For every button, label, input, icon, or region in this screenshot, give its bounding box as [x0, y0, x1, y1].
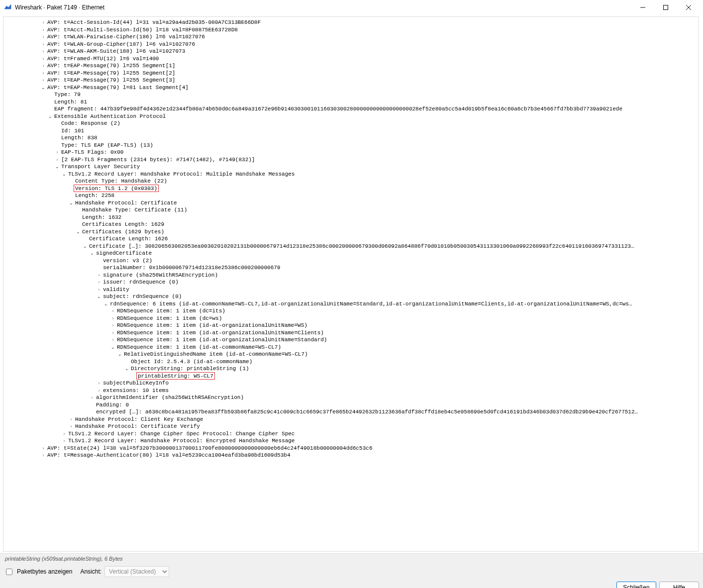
tree-toggle-closed-icon[interactable]: › [110, 329, 116, 337]
tree-toggle-open-icon[interactable]: ⌄ [54, 163, 60, 171]
tree-row[interactable]: ›TLSv1.2 Record Layer: Change Cipher Spe… [3, 430, 698, 438]
tree-row[interactable]: ›AVP: t=Framed-MTU(12) l=6 val=1400 [3, 55, 698, 63]
tree-toggle-closed-icon[interactable]: › [96, 387, 102, 394]
tree-toggle-closed-icon[interactable]: › [110, 322, 116, 329]
tree-row[interactable]: ›AVP: t=WLAN-Pairwise-Cipher(186) l=6 va… [3, 33, 698, 41]
tree-row[interactable]: version: v3 (2) [3, 257, 698, 265]
tree-row[interactable]: Type: 79 [3, 91, 698, 98]
tree-row[interactable]: Padding: 0 [3, 401, 698, 409]
tree-toggle-open-icon[interactable]: ⌄ [117, 351, 123, 358]
tree-toggle-open-icon[interactable]: ⌄ [96, 293, 102, 300]
tree-row[interactable]: ⌄AVP: t=EAP-Message(79) l=81 Last Segmen… [3, 84, 698, 92]
tree-row[interactable]: ›AVP: t=WLAN-Group-Cipher(187) l=6 val=1… [3, 41, 698, 48]
tree-toggle-open-icon[interactable]: ⌄ [47, 113, 53, 120]
tree-row[interactable]: ⌄DirectoryString: printableString (1) [3, 365, 698, 373]
tree-row[interactable]: encrypted […]: a638c8bca481a1957bea83ffb… [3, 408, 698, 416]
tree-row[interactable]: ›subjectPublicKeyInfo [3, 380, 698, 387]
tree-row[interactable]: EAP fragment: 447b39f9e98df4d4362e1d2344… [3, 105, 698, 113]
tree-row[interactable]: ⌄rdnSequence: 6 items (id-at-commonName=… [3, 300, 698, 308]
tree-toggle-closed-icon[interactable]: › [96, 272, 102, 279]
tree-row[interactable]: Content Type: Handshake (22) [3, 178, 698, 185]
tree-row[interactable]: ›AVP: t=EAP-Message(79) l=255 Segment[1] [3, 62, 698, 70]
tree-toggle-open-icon[interactable]: ⌄ [89, 250, 95, 257]
tree-toggle-closed-icon[interactable]: › [40, 55, 46, 63]
tree-row[interactable]: ›AVP: t=WLAN-AKM-Suite(188) l=6 val=1027… [3, 48, 698, 55]
tree-toggle-closed-icon[interactable]: › [40, 452, 46, 459]
tree-toggle-closed-icon[interactable]: › [54, 156, 60, 164]
tree-row[interactable]: ›RDNSequence item: 1 item (dc=ws) [3, 315, 698, 322]
tree-toggle-closed-icon[interactable]: › [40, 48, 46, 55]
tree-toggle-closed-icon[interactable]: › [96, 279, 102, 286]
tree-toggle-closed-icon[interactable]: › [61, 437, 67, 445]
tree-toggle-open-icon[interactable]: ⌄ [68, 199, 74, 207]
tree-row[interactable]: ›AVP: t=Message-Authenticator(80) l=18 v… [3, 452, 698, 459]
tree-toggle-open-icon[interactable]: ⌄ [61, 171, 67, 178]
tree-row[interactable]: Certificate Length: 1626 [3, 235, 698, 243]
maximize-button[interactable] [654, 0, 677, 15]
tree-row[interactable]: ›AVP: t=Acct-Multi-Session-Id(50) l=18 v… [3, 26, 698, 34]
tree-row[interactable]: ›EAP-TLS Flags: 0x00 [3, 149, 698, 156]
tree-toggle-closed-icon[interactable]: › [40, 77, 46, 84]
tree-toggle-closed-icon[interactable]: › [40, 62, 46, 70]
tree-row[interactable]: printableString: WS-CL7 [3, 373, 698, 380]
tree-row[interactable]: ⌄Extensible Authentication Protocol [3, 113, 698, 120]
tree-row[interactable]: Length: 1632 [3, 214, 698, 221]
tree-toggle-closed-icon[interactable]: › [110, 307, 116, 315]
tree-toggle-closed-icon[interactable]: › [96, 286, 102, 294]
tree-row[interactable]: ›AVP: t=EAP-Message(79) l=255 Segment[3] [3, 77, 698, 84]
tree-row[interactable]: ›AVP: t=EAP-Message(79) l=255 Segment[2] [3, 70, 698, 77]
tree-row[interactable]: ⌄RDNSequence item: 1 item (id-at-commonN… [3, 344, 698, 351]
tree-row[interactable]: ⌄Certificate […]: 308206563082053ea00302… [3, 243, 698, 250]
tree-row[interactable]: Id: 101 [3, 127, 698, 135]
tree-row[interactable]: ⌄Certificates (1629 bytes) [3, 228, 698, 236]
tree-row[interactable]: Version: TLS 1.2 (0x0303) [3, 185, 698, 193]
tree-row[interactable]: Length: 81 [3, 98, 698, 106]
tree-toggle-open-icon[interactable]: ⌄ [124, 365, 130, 373]
tree-toggle-open-icon[interactable]: ⌄ [82, 243, 88, 250]
tree-toggle-closed-icon[interactable]: › [68, 416, 74, 423]
tree-toggle-open-icon[interactable]: ⌄ [110, 344, 116, 351]
tree-toggle-closed-icon[interactable]: › [40, 445, 46, 452]
tree-toggle-closed-icon[interactable]: › [40, 19, 46, 26]
packet-details-tree[interactable]: ›AVP: t=Acct-Session-Id(44) l=31 val=a29… [3, 17, 698, 461]
tree-toggle-closed-icon[interactable]: › [40, 70, 46, 77]
tree-row[interactable]: ›RDNSequence item: 1 item (id-at-organiz… [3, 336, 698, 344]
tree-row[interactable]: Object Id: 2.5.4.3 (id-at-commonName) [3, 358, 698, 366]
tree-toggle-closed-icon[interactable]: › [40, 26, 46, 34]
minimize-button[interactable] [631, 0, 654, 15]
tree-toggle-closed-icon[interactable]: › [110, 336, 116, 344]
tree-row[interactable]: ›RDNSequence item: 1 item (dc=its) [3, 307, 698, 315]
tree-toggle-closed-icon[interactable]: › [61, 430, 67, 438]
tree-row[interactable]: ›AVP: t=State(24) l=38 val=5f3207b300000… [3, 445, 698, 452]
tree-row[interactable]: ›AVP: t=Acct-Session-Id(44) l=31 val=a29… [3, 19, 698, 26]
tree-row[interactable]: ⌄RelativeDistinguishedName item (id-at-c… [3, 351, 698, 358]
tree-toggle-closed-icon[interactable]: › [68, 423, 74, 430]
tree-row[interactable]: Length: 838 [3, 134, 698, 142]
tree-toggle-closed-icon[interactable]: › [96, 380, 102, 387]
tree-toggle-closed-icon[interactable]: › [89, 394, 95, 401]
tree-row[interactable]: Certificates Length: 1629 [3, 221, 698, 228]
tree-row[interactable]: ›RDNSequence item: 1 item (id-at-organiz… [3, 329, 698, 337]
close-dialog-button[interactable]: Schließen [616, 582, 656, 588]
packet-details-pane[interactable]: ›AVP: t=Acct-Session-Id(44) l=31 val=a29… [3, 16, 699, 552]
tree-row[interactable]: ›algorithmIdentifier (sha256WithRSAEncry… [3, 394, 698, 401]
tree-row[interactable]: Handshake Type: Certificate (11) [3, 206, 698, 214]
tree-row[interactable]: Code: Response (2) [3, 120, 698, 127]
tree-toggle-closed-icon[interactable]: › [54, 149, 60, 156]
help-button[interactable]: Hilfe [659, 582, 699, 588]
tree-row[interactable]: ⌄signedCertificate [3, 250, 698, 257]
view-select[interactable]: Vertical (Stacked) [104, 566, 169, 577]
tree-row[interactable]: ›issuer: rdnSequence (0) [3, 279, 698, 286]
tree-row[interactable]: ›Handshake Protocol: Certificate Verify [3, 423, 698, 430]
tree-toggle-open-icon[interactable]: ⌄ [75, 228, 81, 236]
tree-row[interactable]: ›RDNSequence item: 1 item (id-at-organiz… [3, 322, 698, 329]
tree-row[interactable]: Type: TLS EAP (EAP-TLS) (13) [3, 142, 698, 149]
tree-toggle-closed-icon[interactable]: › [40, 41, 46, 48]
tree-row[interactable]: ›signature (sha256WithRSAEncryption) [3, 272, 698, 279]
show-packet-bytes-checkbox[interactable]: Paketbytes anzeigen [4, 567, 72, 577]
tree-row[interactable]: ›validity [3, 286, 698, 294]
tree-row[interactable]: ›extensions: 10 items [3, 387, 698, 394]
tree-toggle-closed-icon[interactable]: › [40, 33, 46, 41]
tree-row[interactable]: ⌄Handshake Protocol: Certificate [3, 199, 698, 207]
tree-toggle-closed-icon[interactable]: › [110, 315, 116, 322]
